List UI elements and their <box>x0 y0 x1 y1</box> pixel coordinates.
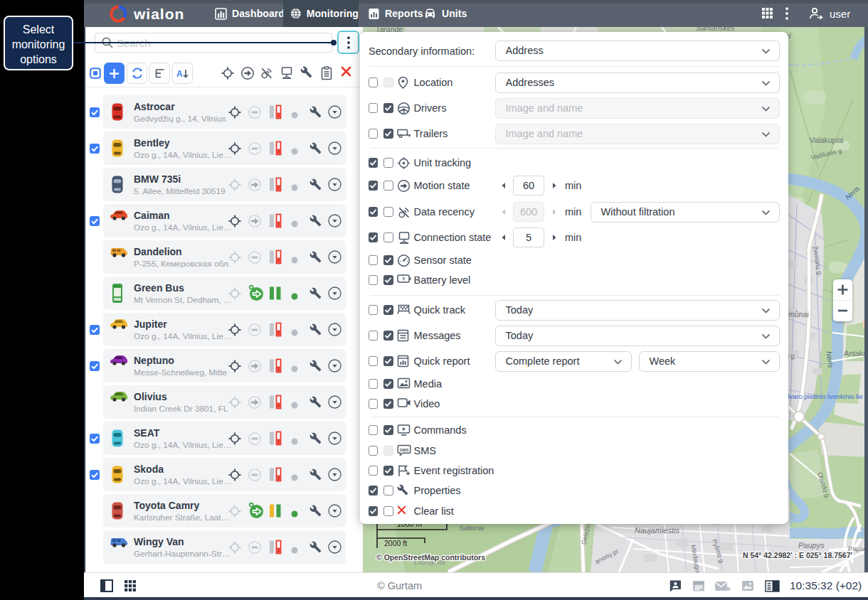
svg-text:Antakaln: Antakaln <box>844 349 868 358</box>
svg-text:Valakupiai: Valakupiai <box>810 136 844 144</box>
svg-text:ų dvaro pietinio tvenkinio lie: ų dvaro pietinio tvenkinio lie <box>780 392 863 400</box>
svg-text:SMS: SMS <box>399 448 408 452</box>
svg-text:Šaltūnai: Šaltūnai <box>460 524 484 532</box>
svg-text:Paupys: Paupys <box>798 541 825 550</box>
svg-text:2000 ft: 2000 ft <box>384 539 407 547</box>
svg-text:Naujamiestis: Naujamiestis <box>635 526 679 535</box>
svg-text:Santariškės: Santariškės <box>696 27 736 32</box>
svg-text:N 54° 42.2982' : E 025° 18.756: N 54° 42.2982' : E 025° 18.7567' <box>743 551 852 559</box>
svg-text:A: A <box>176 69 183 79</box>
svg-text:© OpenStreetMap contributors: © OpenStreetMap contributors <box>376 553 485 562</box>
